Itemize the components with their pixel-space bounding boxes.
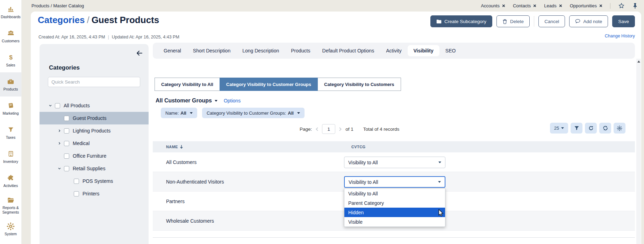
updated-at: Updated At: Apr 16, 2025, 4:43 PM [112,35,179,40]
funnel-icon [7,125,15,134]
checkbox[interactable] [55,103,60,108]
create-subcategory-button[interactable]: Create Subcategory [430,15,492,27]
subtab-visibility-to-customers[interactable]: Category Visibility to Customers [317,78,401,91]
pinned-tab-contacts[interactable]: Contacts [513,3,536,8]
tab-products[interactable]: Products [285,45,316,56]
tree-item-lighting-products[interactable]: Lighting Products [40,124,149,137]
subtab-visibility-to-customer-groups[interactable]: Category Visibility to Customer Groups [220,78,318,91]
header-actions: Create Subcategory Delete Cancel Add not… [430,15,635,27]
favorite-star-icon[interactable] [618,2,625,9]
sidebar-item-taxes[interactable]: Taxes [0,121,21,145]
tree-item-office-furniture[interactable]: Office Furniture [40,150,149,162]
sidebar-item-system[interactable]: System [0,217,21,241]
pin-icon[interactable] [632,3,638,9]
checkbox[interactable] [64,153,69,159]
refresh-button[interactable] [585,123,597,134]
sidebar-item-inventory[interactable]: Inventory [0,145,21,169]
tree-item-medical[interactable]: Medical [40,137,149,150]
folder-icon [436,19,442,24]
puzzle-icon [7,174,15,182]
quick-search-input[interactable] [48,77,140,87]
options-link[interactable]: Options [224,98,241,103]
page-number-input[interactable] [322,124,335,134]
tree-item-pos-systems[interactable]: POS Systems [40,175,149,187]
previous-page-icon[interactable] [315,127,319,131]
filter-cvtcg[interactable]: Category Visibility to Customer Groups: … [202,108,305,118]
sidebar-item-activities[interactable]: Activities [0,169,21,193]
visibility-select-all-customers[interactable]: Visibility to All [344,157,445,168]
add-note-button[interactable]: Add note [569,15,608,27]
close-icon [599,4,602,7]
dropdown-option-visible[interactable]: Visible [344,217,445,227]
dropdown-option-visibility-to-all[interactable]: Visibility to All [344,189,445,198]
sidebar-label: Inventory [3,159,18,164]
scrollbar[interactable] [636,59,641,244]
tree-item-guest-products[interactable]: Guest Products [40,112,149,124]
grid-view-selector[interactable]: All Customer Groups [156,98,217,104]
sidebar-item-sales[interactable]: $ Sales [0,48,21,72]
checkbox[interactable] [64,166,69,171]
chevron-down-icon[interactable] [49,104,55,107]
sidebar-item-products[interactable]: Products [0,72,21,96]
scroll-up-arrow-icon[interactable] [637,60,640,63]
close-icon [502,4,505,7]
categories-panel-title: Categories [49,64,80,71]
sidebar-item-reports-segments[interactable]: Reports & Segments [0,193,21,217]
column-header-name[interactable]: NAME [166,141,183,152]
page-of: of 1 [345,127,353,132]
chevron-right-icon[interactable] [58,142,64,145]
chevron-down-icon [438,162,441,163]
checkbox[interactable] [74,179,79,184]
tree-item-printers[interactable]: Printers [40,187,149,200]
save-button[interactable]: Save [612,15,635,27]
sidebar-item-marketing[interactable]: Marketing [0,96,21,121]
checkbox[interactable] [64,141,69,146]
pinned-tab-opportunities[interactable]: Opportunities [570,3,602,8]
chevron-down-icon[interactable] [58,167,64,170]
collapse-panel-arrow-icon[interactable] [135,49,144,57]
dropdown-option-hidden[interactable]: Hidden [344,208,445,217]
sidebar-label: Customers [2,39,20,43]
tab-long-description[interactable]: Long Description [236,45,285,56]
tab-short-description[interactable]: Short Description [187,45,236,56]
trash-icon [502,19,507,24]
pinned-tabs: Accounts Contacts Leads Opportunities [481,2,638,9]
chevron-right-icon[interactable] [58,129,64,132]
pinned-tab-leads[interactable]: Leads [544,3,562,8]
column-header-cvtcg[interactable]: CVTCG [351,141,366,152]
tab-general[interactable]: General [158,45,187,56]
visibility-select-non-authenticated[interactable]: Visibility to All [344,176,445,188]
gear-icon [617,125,622,131]
sidebar-item-dashboards[interactable]: Dashboards [0,0,21,24]
created-at: Created At: Apr 16, 2025, 4:43 PM [38,35,105,40]
filter-name[interactable]: Name: All [161,108,197,118]
next-page-icon[interactable] [339,127,342,131]
tab-seo[interactable]: SEO [439,45,462,56]
subtab-visibility-to-all[interactable]: Category Visibility to All [155,78,220,91]
tab-default-product-options[interactable]: Default Product Options [316,45,380,56]
checkbox[interactable] [74,191,79,196]
sidebar-item-customers[interactable]: Customers [0,24,21,48]
cancel-button[interactable]: Cancel [538,15,565,27]
tree-item-retail-supplies[interactable]: Retail Supplies [40,162,149,175]
tab-visibility[interactable]: Visibility [408,45,439,56]
grid-row-all-customers: All Customers Visibility to All [153,152,635,172]
page-size-selector[interactable]: 25 [550,123,568,134]
categories-panel: Categories All Products Guest Products L… [40,44,149,244]
dropdown-option-parent-category[interactable]: Parent Category [344,198,445,208]
categories-breadcrumb-link[interactable]: Categories [38,15,85,25]
reset-grid-button[interactable] [599,123,611,134]
tree-item-all-products[interactable]: All Products [40,99,149,112]
tab-activity[interactable]: Activity [380,45,407,56]
delete-button[interactable]: Delete [496,15,530,27]
chevron-down-icon [297,112,300,114]
filters-toggle-button[interactable] [571,123,582,134]
change-history-link[interactable]: Change History [605,34,635,38]
checkbox[interactable] [64,116,69,121]
visibility-subtabs: Category Visibility to All Category Visi… [155,78,401,91]
checkbox[interactable] [64,128,69,134]
sidebar-label: Reports & Segments [0,206,21,214]
chevron-down-icon [215,100,217,102]
pinned-tab-accounts[interactable]: Accounts [481,3,505,8]
grid-settings-button[interactable] [614,123,625,134]
